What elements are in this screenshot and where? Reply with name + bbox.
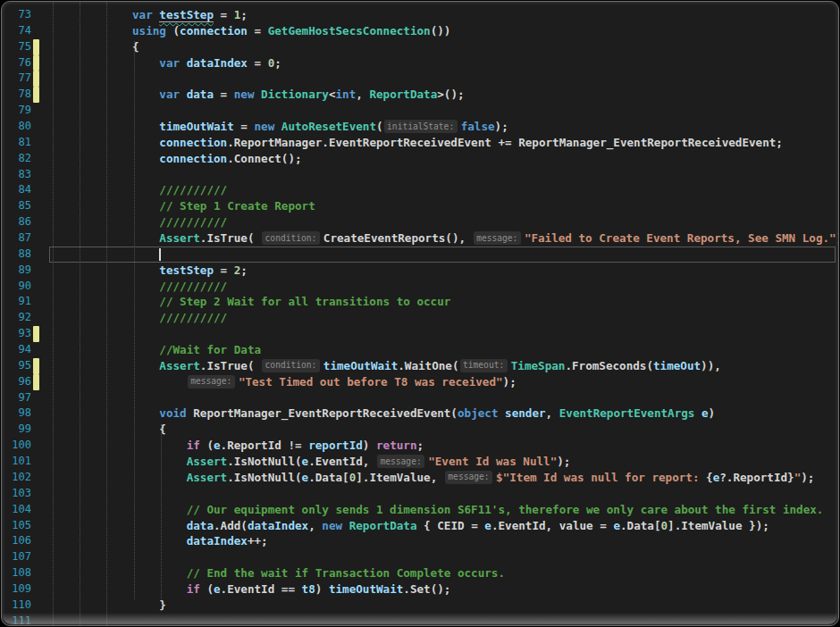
line-number[interactable]: 111 <box>2 614 31 626</box>
line-number[interactable]: 103 <box>2 486 31 502</box>
code-token: var <box>132 8 153 21</box>
line-number[interactable]: 106 <box>2 533 31 549</box>
line-number[interactable]: 73 <box>2 7 31 23</box>
code-line[interactable]: 85 // Step 1 Create Report <box>2 198 838 214</box>
code-line[interactable]: 105 data.Add(dataIndex, new ReportData {… <box>2 518 838 534</box>
line-number[interactable]: 94 <box>2 342 31 358</box>
code-line[interactable]: 106 dataIndex++; <box>2 533 838 549</box>
line-number[interactable]: 105 <box>2 518 31 534</box>
code-line[interactable]: 83 <box>2 167 838 183</box>
code-token: var <box>159 88 180 101</box>
code-line[interactable]: 102 Assert.IsNotNull(e.Data[0].ItemValue… <box>2 470 838 486</box>
line-number[interactable]: 87 <box>2 230 31 247</box>
code-line[interactable]: 86 ////////// <box>2 214 838 230</box>
code-text: var testStep = 1; <box>40 7 838 23</box>
line-number[interactable]: 76 <box>2 55 31 71</box>
code-token: ); <box>495 120 508 133</box>
line-number[interactable]: 85 <box>2 198 31 214</box>
code-line[interactable]: 88 <box>2 247 838 263</box>
line-number[interactable]: 74 <box>2 23 31 39</box>
code-token: 0 <box>661 519 668 532</box>
code-line[interactable]: 84 ////////// <box>2 182 838 198</box>
gutter-margin <box>31 103 40 119</box>
code-token <box>51 519 187 532</box>
line-number[interactable]: 110 <box>2 598 31 614</box>
line-number[interactable]: 90 <box>2 279 31 295</box>
code-line[interactable]: 108 // End the wait if Transaction Compl… <box>2 565 838 581</box>
line-number[interactable]: 75 <box>2 39 31 55</box>
line-number[interactable]: 77 <box>2 71 31 87</box>
code-line[interactable]: 81 connection.ReportManager.EventReportR… <box>2 135 838 151</box>
line-number[interactable]: 93 <box>2 326 31 342</box>
line-number[interactable]: 91 <box>2 294 31 310</box>
line-number[interactable]: 108 <box>2 565 31 581</box>
code-token: .IsTrue( <box>200 231 261 245</box>
line-number[interactable]: 102 <box>2 470 31 486</box>
code-line[interactable]: 109 if (e.EventId == t8) timeOutWait.Set… <box>2 581 838 598</box>
code-line[interactable]: 93 <box>2 326 838 342</box>
code-line[interactable]: 89 testStep = 2; <box>2 263 838 279</box>
code-line[interactable]: 96 message:"Test Timed out before T8 was… <box>2 374 838 390</box>
line-number[interactable]: 78 <box>2 87 31 103</box>
code-line[interactable]: 110 } <box>2 598 838 614</box>
code-line[interactable]: 76 var dataIndex = 0; <box>2 55 838 71</box>
line-number[interactable]: 107 <box>2 549 31 565</box>
code-line[interactable]: 99 { <box>2 422 838 438</box>
line-number[interactable]: 79 <box>2 103 31 119</box>
code-text: } <box>40 598 838 614</box>
code-line[interactable]: 107 <box>2 549 838 565</box>
line-number[interactable]: 88 <box>2 247 31 263</box>
code-token: return <box>376 439 417 452</box>
code-line[interactable]: 90 ////////// <box>2 279 838 295</box>
code-line[interactable]: 78 var data = new Dictionary<int, Report… <box>2 87 838 103</box>
code-line[interactable]: 87 Assert.IsTrue( condition:CreateEventR… <box>2 230 838 247</box>
line-number[interactable]: 81 <box>2 135 31 151</box>
code-token <box>51 566 187 580</box>
line-number[interactable]: 100 <box>2 438 31 454</box>
code-token <box>51 24 132 38</box>
code-line[interactable]: 111 <box>2 614 838 626</box>
code-line[interactable]: 101 Assert.IsNotNull(e.EventId, message:… <box>2 454 838 470</box>
code-token <box>51 88 159 101</box>
code-token <box>51 183 159 196</box>
line-number[interactable]: 95 <box>2 358 31 374</box>
code-token: GetGemHostSecsConnection <box>268 24 431 38</box>
line-number[interactable]: 101 <box>2 454 31 470</box>
code-line[interactable]: 91 // Step 2 Wait for all transitions to… <box>2 294 838 310</box>
code-line[interactable]: 97 <box>2 390 838 406</box>
line-number[interactable]: 86 <box>2 214 31 230</box>
code-line[interactable]: 77 <box>2 71 838 87</box>
line-number[interactable]: 84 <box>2 182 31 198</box>
line-number[interactable]: 104 <box>2 502 31 518</box>
line-number[interactable]: 109 <box>2 581 31 598</box>
line-number[interactable]: 83 <box>2 167 31 183</box>
line-number[interactable]: 99 <box>2 422 31 438</box>
line-number[interactable]: 97 <box>2 390 31 406</box>
code-token: timeOutWait <box>323 359 398 372</box>
code-token: // Our equipment only sends 1 dimension … <box>187 503 824 516</box>
gutter-margin <box>31 279 40 295</box>
code-text: // Our equipment only sends 1 dimension … <box>40 502 838 518</box>
code-line[interactable]: 74 using (connection = GetGemHostSecsCon… <box>2 23 838 39</box>
code-token: .Data[ <box>308 471 349 484</box>
line-number[interactable]: 98 <box>2 405 31 422</box>
line-number[interactable]: 89 <box>2 263 31 279</box>
code-token <box>51 471 187 484</box>
code-line[interactable]: 100 if (e.ReportId != reportId) return; <box>2 438 838 454</box>
code-line[interactable]: 94 //Wait for Data <box>2 342 838 358</box>
code-line[interactable]: 82 connection.Connect(); <box>2 151 838 167</box>
code-line[interactable]: 98 void ReportManager_EventReportReceive… <box>2 405 838 422</box>
code-line[interactable]: 75 { <box>2 39 838 55</box>
line-number[interactable]: 96 <box>2 374 31 390</box>
code-line[interactable]: 103 <box>2 486 838 502</box>
code-line[interactable]: 104 // Our equipment only sends 1 dimens… <box>2 502 838 518</box>
code-line[interactable]: 95 Assert.IsTrue( condition:timeOutWait.… <box>2 358 838 374</box>
code-line[interactable]: 92 ////////// <box>2 310 838 326</box>
line-number[interactable]: 82 <box>2 151 31 167</box>
line-number[interactable]: 80 <box>2 119 31 135</box>
code-line[interactable]: 80 timeOutWait = new AutoResetEvent(init… <box>2 119 838 135</box>
code-line[interactable]: 73 var testStep = 1; <box>2 7 838 23</box>
code-token: = <box>214 8 234 21</box>
code-line[interactable]: 79 <box>2 103 838 119</box>
line-number[interactable]: 92 <box>2 310 31 326</box>
